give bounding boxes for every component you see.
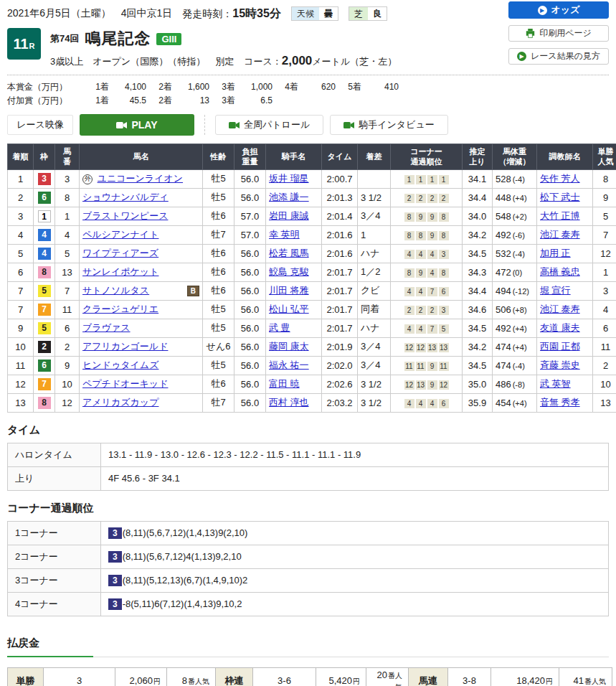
prize-amount: 13: [172, 94, 209, 108]
jockey-interview-button[interactable]: 騎手インタビュー: [330, 115, 448, 135]
horse-name-link[interactable]: サトノソルタス: [82, 285, 149, 296]
prize-place: 1着: [83, 94, 109, 108]
corner-order-cell: 1213912: [391, 375, 463, 393]
result-row: 7 5 7 B サトノソルタス 牡6 56.0 川田 将雅 2:01.7 クビ …: [8, 281, 616, 300]
win-popularity: 5: [593, 207, 616, 225]
carried-weight: 56.0: [234, 356, 266, 375]
corner-value: 3-8(5,11)6(7,12)(1,4,13)9,10,2: [101, 592, 609, 616]
horse-name-link[interactable]: ヒンドゥタイムズ: [82, 360, 158, 370]
trainer-link[interactable]: 矢作 芳人: [540, 173, 580, 184]
horse-weight: 486: [496, 379, 511, 390]
horse-name-link[interactable]: ブラストワンピース: [82, 210, 168, 221]
corner-row: 4コーナー 3-8(5,11)6(7,12)(1,4,13)9,10,2: [8, 592, 609, 616]
carried-weight: 56.0: [234, 263, 266, 281]
main-prize-label: 本賞金（万円）: [7, 80, 83, 94]
last-3f: 34.1: [463, 169, 493, 188]
trainer-link[interactable]: 大竹 正博: [540, 210, 580, 221]
trainer-link[interactable]: 武 英智: [540, 378, 571, 389]
jockey-link[interactable]: 藤岡 康太: [269, 341, 309, 352]
jockey-cell: 藤岡 康太: [266, 337, 322, 356]
jockey-link[interactable]: 松山 弘平: [269, 304, 309, 314]
carried-weight: 56.0: [234, 337, 266, 356]
win-popularity: 11: [593, 337, 616, 356]
result-guide-button[interactable]: ▶ レース結果の見方: [508, 48, 609, 65]
frame-cell: 5: [34, 281, 55, 300]
race-video-button[interactable]: レース映像: [7, 115, 73, 135]
trainer-link[interactable]: 友道 康夫: [540, 322, 580, 333]
horse-name-link[interactable]: サンレイポケット: [82, 266, 158, 277]
play-button[interactable]: PLAY: [80, 114, 194, 136]
time-cell: 2:00.7: [322, 169, 358, 188]
horse-weight-cell: 486(-8): [493, 375, 537, 393]
horse-weight-diff: (-4): [513, 362, 525, 370]
jockey-link[interactable]: 福永 祐一: [269, 360, 309, 370]
header-frame: 枠: [34, 144, 55, 170]
prize-place: 2着: [146, 80, 172, 94]
horse-name-link[interactable]: アメリカズカップ: [82, 397, 158, 408]
horse-name-link[interactable]: クラージュゲリエ: [82, 304, 158, 314]
wakuren-label: 枠連: [216, 667, 253, 686]
horse-name-link[interactable]: ショウナンバルディ: [82, 192, 169, 202]
horse-name-link[interactable]: ワイプティアーズ: [82, 248, 158, 258]
weather-value: 曇: [319, 7, 338, 20]
tansho-combo: 3: [44, 667, 115, 686]
jockey-link[interactable]: 池添 謙一: [269, 192, 309, 202]
jockey-link[interactable]: 西村 淳也: [269, 397, 309, 408]
jockey-cell: 武 豊: [266, 319, 322, 337]
jockey-link[interactable]: 富田 暁: [269, 378, 300, 389]
trainer-link[interactable]: 堀 宣行: [540, 285, 571, 296]
frame-number: 8: [38, 397, 51, 409]
trainer-link[interactable]: 西園 正都: [540, 341, 580, 352]
corner-position: 8: [404, 231, 414, 240]
last-3f: 34.3: [463, 263, 493, 281]
trainer-cell: 池江 泰寿: [537, 300, 593, 319]
prize-place: 3着: [209, 80, 235, 94]
trainer-link[interactable]: 池江 泰寿: [540, 229, 580, 240]
race-date: 2021年6月5日（土曜）: [7, 7, 111, 20]
corner-position: 13: [427, 343, 437, 352]
wakuren-popularity: 20番人気: [366, 667, 409, 686]
horse-name-link[interactable]: ペプチドオーキッド: [82, 378, 168, 389]
horse-number: 5: [55, 244, 80, 263]
frame-number: 5: [38, 322, 51, 334]
horse-name-link[interactable]: ブラヴァス: [82, 322, 131, 333]
trainer-link[interactable]: 音無 秀孝: [540, 397, 580, 408]
horse-weight-diff: (+4): [513, 399, 527, 408]
jockey-cell: 幸 英明: [266, 225, 322, 244]
horse-name-link[interactable]: アフリカンゴールド: [82, 341, 168, 352]
trainer-link[interactable]: 池江 泰寿: [540, 304, 580, 314]
corner-order-cell: 4446: [391, 393, 463, 412]
jockey-link[interactable]: 鮫島 克駿: [269, 266, 309, 277]
odds-button[interactable]: ▶ オッズ: [508, 1, 609, 19]
trainer-link[interactable]: 加用 正: [540, 248, 571, 258]
horse-name-link[interactable]: ユニコーンライオン: [98, 173, 183, 184]
margin-cell: 3／4: [358, 207, 391, 225]
turf-label: 芝: [349, 7, 368, 20]
trainer-link[interactable]: 斉藤 崇史: [540, 360, 580, 370]
horse-name-link[interactable]: ペルシアンナイト: [82, 229, 158, 240]
patrol-video-button[interactable]: 全周パトロール: [215, 115, 323, 135]
jockey-link[interactable]: 幸 英明: [269, 229, 300, 240]
horse-name-cell: ショウナンバルディ: [80, 188, 203, 207]
weather-label: 天候: [292, 7, 319, 20]
trainer-link[interactable]: 松下 武士: [540, 192, 580, 202]
jockey-link[interactable]: 武 豊: [269, 322, 290, 333]
jockey-link[interactable]: 坂井 瑠星: [269, 173, 309, 184]
trainer-link[interactable]: 高橋 義忠: [540, 266, 580, 277]
horse-weight: 492: [496, 230, 511, 240]
corner-position: 9: [427, 362, 437, 371]
jockey-link[interactable]: 岩田 康誠: [269, 210, 309, 221]
margin-cell: 3／4: [358, 337, 391, 356]
sex-age: 牡5: [203, 188, 234, 207]
print-page-button[interactable]: 印刷用ページ: [508, 25, 609, 42]
horse-name-cell: ヒンドゥタイムズ: [80, 356, 203, 375]
margin-cell: 同着: [358, 300, 391, 319]
corner-value: 3(8,11)(5,12,13)(6,7)(1,4,9,10)2: [101, 568, 609, 592]
corner-order-cell: 8948: [391, 263, 463, 281]
jockey-link[interactable]: 川田 将雅: [269, 285, 309, 296]
jockey-link[interactable]: 松若 風馬: [269, 248, 309, 258]
last-3f: 34.0: [463, 207, 493, 225]
win-popularity: 1: [593, 263, 616, 281]
frame-cell: 2: [34, 337, 55, 356]
race-result-page: 2021年6月5日（土曜） 4回中京1日 発走時刻：15時35分 天候 曇 芝 …: [0, 0, 616, 686]
